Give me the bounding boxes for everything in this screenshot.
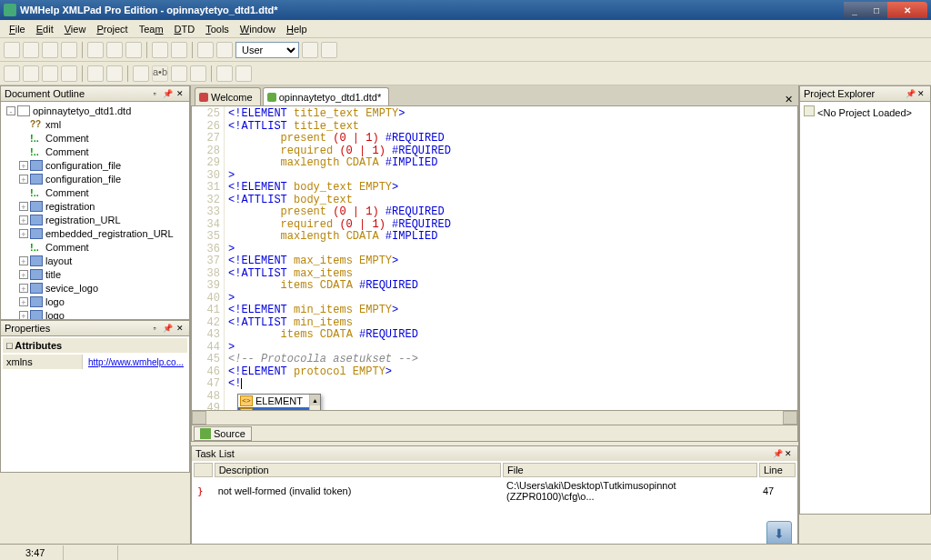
cursor-position: 3:47 [7, 545, 64, 560]
tab-file[interactable]: opinnaytetyo_dtd1.dtd* [263, 87, 390, 105]
tree-item[interactable]: +registration_URL [3, 213, 189, 226]
pin-icon[interactable]: 📌 [772, 448, 783, 459]
folder-icon [804, 105, 815, 116]
tree-item[interactable]: !..Comment [3, 240, 189, 254]
tab-source[interactable]: Source [194, 426, 252, 441]
editor-hscroll[interactable] [191, 411, 798, 425]
nav-fwd-button[interactable] [216, 42, 233, 58]
separator [82, 42, 83, 58]
tb-btn[interactable] [61, 65, 77, 82]
tb-btn[interactable] [42, 65, 58, 82]
paste-button[interactable] [125, 42, 142, 58]
menu-project[interactable]: Project [91, 22, 133, 36]
tb-btn[interactable] [23, 65, 39, 82]
task-row[interactable]: } not well-formed (invalid token) C:\Use… [194, 479, 796, 503]
editor-bottom-tabs: Source [191, 425, 798, 442]
close-icon[interactable]: ✕ [175, 88, 185, 99]
menu-dtd[interactable]: DTD [169, 22, 201, 36]
close-icon[interactable]: ✕ [783, 448, 794, 459]
tb-btn[interactable]: a•b [152, 65, 168, 82]
copy-button[interactable] [106, 42, 123, 58]
col-description[interactable]: Description [215, 463, 501, 477]
tree-item[interactable]: +configuration_file [3, 158, 189, 172]
scroll-up-icon[interactable]: ▲ [310, 395, 320, 405]
project-explorer-body[interactable]: <No Project Loaded> [799, 102, 931, 515]
new-button[interactable] [4, 42, 20, 58]
close-icon[interactable]: ✕ [916, 88, 926, 99]
tree-item[interactable]: +sevice_logo [3, 281, 189, 295]
pin-icon[interactable]: 📌 [905, 88, 916, 99]
undo-button[interactable] [152, 42, 168, 58]
project-explorer-header: Project Explorer 📌 ✕ [799, 85, 931, 102]
code-content[interactable]: <!ELEMENT title_text EMPTY> <!ATTLIST ti… [225, 106, 797, 410]
menu-tools[interactable]: Tools [200, 22, 235, 36]
tb-btn[interactable] [4, 65, 20, 82]
scroll-right-icon[interactable] [783, 411, 797, 425]
tb-btn[interactable] [190, 65, 206, 82]
tb-btn[interactable] [87, 65, 104, 82]
menu-window[interactable]: Window [235, 22, 281, 36]
separator [82, 65, 83, 82]
menu-edit[interactable]: Edit [31, 22, 59, 36]
col-line[interactable]: Line [759, 463, 796, 477]
autocomplete-scrollbar[interactable]: ▲ ▼ [309, 395, 320, 411]
outline-header: Document Outline ▫ 📌 ✕ [0, 85, 190, 102]
tree-item[interactable]: +embedded_registration_URL [3, 226, 189, 240]
tab-close-icon[interactable]: ✕ [779, 94, 798, 105]
open-button[interactable] [23, 42, 39, 58]
tree-item[interactable]: +title [3, 267, 189, 281]
maximize-button[interactable]: □ [866, 2, 887, 18]
assign-button[interactable] [302, 42, 318, 58]
menu-file[interactable]: File [4, 22, 31, 36]
menu-help[interactable]: Help [281, 22, 313, 36]
tree-item[interactable]: +logo [3, 308, 189, 320]
task-table: Description File Line } not well-formed … [192, 461, 797, 505]
nav-back-button[interactable] [197, 42, 214, 58]
minimize-button[interactable]: _ [844, 2, 866, 18]
tree-root-row[interactable]: - opinnaytetyo_dtd1.dtd [3, 104, 189, 117]
tree-item[interactable]: !..Comment [3, 185, 189, 199]
tb-btn[interactable] [106, 65, 123, 82]
dropdown-button[interactable] [321, 42, 337, 58]
attr-value[interactable]: http://www.wmhelp.co... [88, 357, 184, 367]
tree-item[interactable]: !..Comment [3, 145, 189, 158]
tree-item[interactable]: +layout [3, 254, 189, 267]
download-icon[interactable]: ⬇ [766, 521, 792, 546]
scroll-left-icon[interactable] [192, 411, 206, 425]
save-button[interactable] [42, 42, 58, 58]
tab-welcome[interactable]: Welcome [195, 87, 261, 105]
pin-icon[interactable]: ▫ [149, 323, 160, 334]
user-selector[interactable]: User [235, 42, 299, 58]
tree-item[interactable]: !..Comment [3, 131, 189, 145]
autocomplete-popup[interactable]: <>ELEMENT<>ATTLIST<>ENTITY<>ENTITY %<>NO… [237, 394, 321, 411]
redo-button[interactable] [171, 42, 187, 58]
separator [146, 42, 147, 58]
pin-icon[interactable]: ▫ [149, 88, 160, 99]
properties-header: Properties ▫ 📌 ✕ [0, 320, 190, 336]
tree-item[interactable]: +registration [3, 199, 189, 213]
outline-tree[interactable]: - opinnaytetyo_dtd1.dtd ??xml!..Comment!… [0, 102, 190, 320]
close-button[interactable]: ✕ [887, 2, 927, 18]
code-editor[interactable]: 2526272829303132333435363738394041424344… [191, 105, 798, 411]
tb-btn[interactable] [235, 65, 252, 82]
tb-btn[interactable] [171, 65, 187, 82]
pin-icon[interactable]: 📌 [162, 88, 173, 99]
tb-btn[interactable] [133, 65, 149, 82]
app-icon [4, 4, 16, 16]
tree-item[interactable]: +logo [3, 295, 189, 308]
cut-button[interactable] [87, 42, 104, 58]
saveall-button[interactable] [61, 42, 77, 58]
menu-view[interactable]: View [59, 22, 92, 36]
tree-item[interactable]: ??xml [3, 117, 189, 131]
separator [211, 65, 212, 82]
col-file[interactable]: File [503, 463, 757, 477]
autocomplete-item[interactable]: <>ATTLIST [238, 407, 320, 411]
pin-icon[interactable]: 📌 [162, 323, 173, 334]
task-file: C:\Users\aki\Desktop\Tutkimusopinnot (ZZ… [503, 479, 757, 503]
menu-team[interactable]: Team [134, 22, 169, 36]
autocomplete-item[interactable]: <>ELEMENT [238, 395, 320, 407]
tb-btn[interactable] [216, 65, 233, 82]
no-project-label: <No Project Loaded> [817, 107, 912, 118]
tree-item[interactable]: +configuration_file [3, 172, 189, 185]
close-icon[interactable]: ✕ [175, 323, 185, 334]
